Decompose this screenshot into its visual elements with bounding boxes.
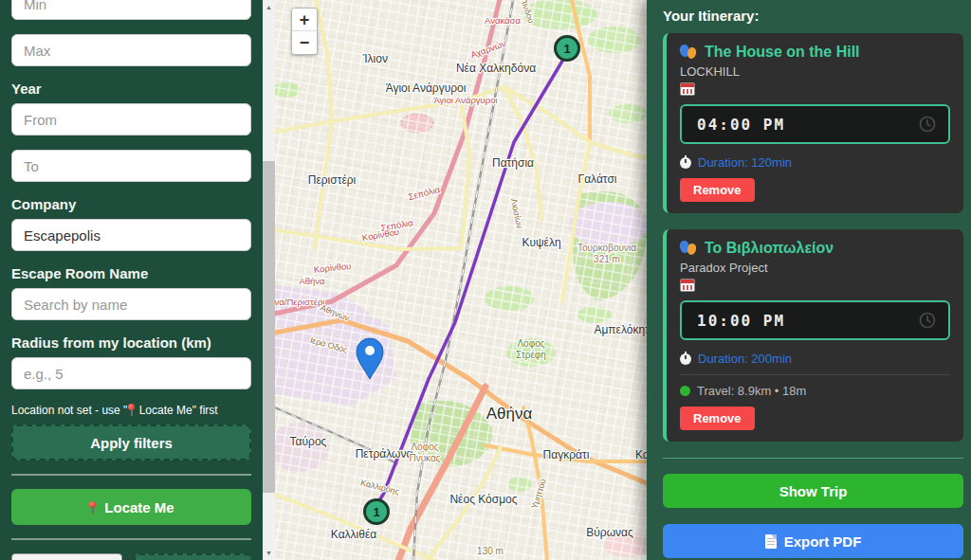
svg-text:Ίλιον: Ίλιον	[362, 52, 388, 65]
plan-button[interactable]: Plan	[11, 553, 122, 560]
location-note: Location not set - use " Locate Me" firs…	[11, 404, 251, 417]
travel-status-dot	[680, 386, 690, 396]
map-canvas[interactable]: ΊλιονΝέα ΧαλκηδόναΆγιοι ΑνάργυροιΠεριστέ…	[275, 0, 647, 560]
svg-text:Λόφος: Λόφος	[411, 442, 438, 452]
svg-text:Αμπελόκηποι: Αμπελόκηποι	[594, 323, 647, 336]
remove-button[interactable]: Remove	[680, 178, 755, 202]
itinerary-panel: Your Itinerary: The House on the Hill LO…	[647, 0, 971, 560]
svg-text:Πατήσια: Πατήσια	[492, 156, 534, 170]
svg-text:Αθήνα: Αθήνα	[486, 405, 533, 423]
route-marker[interactable]: 1	[365, 500, 389, 524]
company-input[interactable]	[11, 219, 251, 251]
panel-separator	[663, 458, 963, 459]
zoom-out-button[interactable]: −	[292, 31, 317, 54]
svg-text:Πνύκας: Πνύκας	[409, 453, 440, 463]
svg-text:1: 1	[563, 42, 570, 56]
svg-text:Λόφος: Λόφος	[517, 338, 544, 349]
remove-button[interactable]: Remove	[680, 406, 755, 430]
svg-text:1: 1	[373, 505, 379, 519]
svg-text:Καισαριανή: Καισαριανή	[635, 448, 647, 461]
svg-text:Παγκράτι: Παγκράτι	[543, 448, 590, 461]
apply-filters-button[interactable]: Apply filters	[11, 425, 251, 461]
svg-text:Τουρκοβούνια: Τουρκοβούνια	[577, 243, 636, 253]
sidebar-scrollbar[interactable]: ▲ ▼	[263, 0, 275, 560]
item-company: LOCKHILL	[680, 64, 950, 79]
time-input[interactable]: 10:00 PM	[680, 300, 950, 340]
year-from-input[interactable]	[11, 103, 251, 135]
svg-text:Περιστέρι: Περιστέρι	[308, 173, 357, 187]
min-input[interactable]	[11, 0, 251, 20]
travel-row: Travel: 8.9km • 18m	[680, 374, 950, 398]
filters-sidebar: Year Company Escape Room Name Radius fro…	[0, 0, 275, 560]
pin-icon	[88, 501, 97, 514]
svg-text:Ανακάσα: Ανακάσα	[485, 15, 521, 26]
svg-text:Γαλάτσι: Γαλάτσι	[578, 172, 617, 186]
year-label: Year	[11, 81, 251, 97]
company-label: Company	[11, 196, 251, 212]
time-input[interactable]: 04:00 PM	[680, 104, 950, 144]
submit-button[interactable]: + Submit	[134, 553, 251, 560]
svg-text:να/Περιστέρι: να/Περιστέρι	[275, 297, 324, 307]
svg-text:Νέα Χαλκηδόνα: Νέα Χαλκηδόνα	[456, 62, 536, 75]
itinerary-card: Το Βιβλιοπωλείον Paradox Project 10:00 P…	[663, 229, 963, 442]
zoom-in-button[interactable]: +	[292, 9, 317, 31]
svg-text:Ταύρος: Ταύρος	[290, 435, 327, 448]
year-to-input[interactable]	[11, 150, 251, 182]
clock-icon	[918, 311, 937, 330]
item-title: Το Βιβλιοπωλείον	[680, 240, 950, 257]
duration-row: Duration: 200min	[680, 352, 950, 366]
masks-icon	[680, 241, 698, 256]
pin-icon	[127, 404, 136, 416]
app: Year Company Escape Room Name Radius fro…	[0, 0, 971, 560]
svg-text:Κυψέλη: Κυψέλη	[522, 236, 560, 249]
svg-text:Άγιοι Ανάργυροι: Άγιοι Ανάργυροι	[433, 95, 497, 105]
scroll-down-icon[interactable]: ▼	[263, 546, 275, 560]
radius-label: Radius from my location (km)	[11, 334, 251, 351]
room-name-input[interactable]	[11, 288, 251, 320]
itinerary-title: Your Itinerary:	[663, 8, 963, 24]
show-trip-button[interactable]: Show Trip	[663, 474, 963, 508]
item-company: Paradox Project	[680, 261, 950, 275]
locate-me-button[interactable]: Locate Me	[11, 489, 251, 525]
itinerary-card: The House on the Hill LOCKHILL 04:00 PM …	[663, 33, 963, 213]
calendar-icon	[680, 82, 695, 96]
radius-input[interactable]	[11, 357, 251, 389]
masks-icon	[680, 45, 698, 60]
calendar-icon	[680, 279, 695, 292]
divider	[11, 538, 251, 540]
max-input[interactable]	[11, 34, 251, 66]
scroll-up-icon[interactable]: ▲	[263, 0, 275, 14]
export-pdf-button[interactable]: Export PDF	[663, 524, 963, 558]
stopwatch-icon	[680, 353, 691, 365]
svg-text:Νέος Κόσμος: Νέος Κόσμος	[449, 493, 517, 506]
svg-text:321 m: 321 m	[594, 254, 620, 264]
svg-text:Άγιοι Ανάργυροι: Άγιοι Ανάργυροι	[386, 81, 467, 95]
route-marker[interactable]: 1	[556, 37, 579, 61]
clock-icon	[918, 115, 937, 134]
svg-text:Στρέφη: Στρέφη	[516, 350, 546, 360]
item-title: The House on the Hill	[680, 44, 950, 61]
duration-row: Duration: 120min	[680, 155, 950, 170]
scrollbar-thumb[interactable]	[263, 161, 275, 493]
map[interactable]: ΊλιονΝέα ΧαλκηδόναΆγιοι ΑνάργυροιΠεριστέ…	[275, 0, 647, 560]
svg-text:130 m: 130 m	[477, 546, 504, 556]
svg-text:Πετράλωνα: Πετράλωνα	[356, 447, 413, 461]
svg-text:Βύρωνας: Βύρωνας	[586, 526, 633, 539]
stopwatch-icon	[680, 157, 691, 169]
filters-form: Year Company Escape Room Name Radius fro…	[11, 0, 251, 560]
room-name-label: Escape Room Name	[11, 265, 251, 281]
divider	[11, 474, 251, 476]
document-icon	[765, 534, 777, 549]
svg-text:Αθήνα: Αθήνα	[299, 276, 325, 286]
svg-text:Καλλιθέα: Καλλιθέα	[331, 528, 376, 541]
map-zoom-control: + −	[291, 8, 318, 55]
